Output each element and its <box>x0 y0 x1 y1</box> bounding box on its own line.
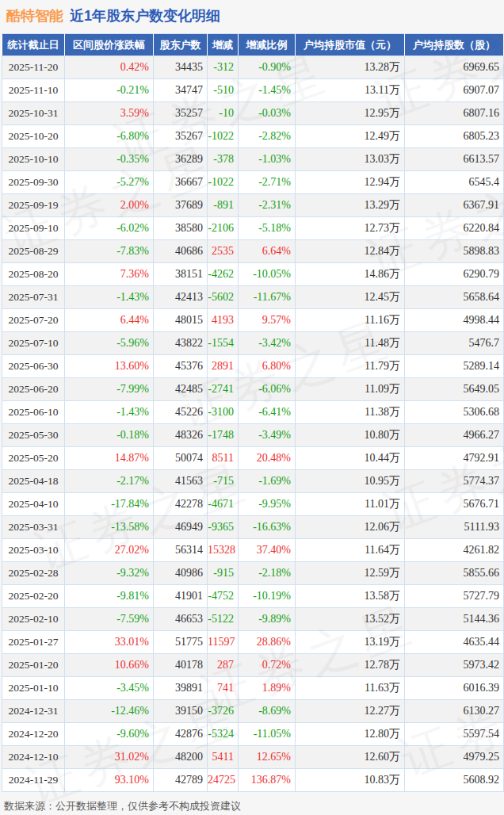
avg-value-cell: 13.52万 <box>296 608 405 631</box>
date-cell: 2024-12-20 <box>2 723 65 746</box>
avg-value-cell: 11.38万 <box>296 401 405 424</box>
table-row: 2024-11-2993.10%4278924725136.87%10.83万5… <box>2 769 504 792</box>
holders-cell: 48015 <box>154 309 208 332</box>
avg-shares-cell: 6130.27 <box>405 700 504 723</box>
date-cell: 2024-12-10 <box>2 746 65 769</box>
price-change-cell: -9.81% <box>65 585 154 608</box>
delta-pct-cell: -3.42% <box>239 332 296 355</box>
table-row: 2025-04-18-2.17%41563-715-1.69%10.95万577… <box>2 470 504 493</box>
page: 证券之星 证券之星 证券之星 证券之星 证券之星 证券之星 证券之星 证券之星 … <box>0 0 504 815</box>
holders-cell: 41901 <box>154 585 208 608</box>
avg-shares-cell: 5973.42 <box>405 654 504 677</box>
avg-shares-cell: 5649.05 <box>405 378 504 401</box>
date-cell: 2025-10-31 <box>2 102 65 125</box>
column-header: 区间股价涨跌幅 <box>65 34 154 56</box>
avg-shares-cell: 6016.39 <box>405 677 504 700</box>
price-change-cell: -9.60% <box>65 723 154 746</box>
delta-pct-cell: 6.64% <box>239 240 296 263</box>
holders-cell: 39891 <box>154 677 208 700</box>
delta-cell: -5324 <box>208 723 239 746</box>
delta-pct-cell: 136.87% <box>239 769 296 792</box>
delta-pct-cell: -2.71% <box>239 171 296 194</box>
avg-value-cell: 12.06万 <box>296 516 405 539</box>
delta-pct-cell: -16.63% <box>239 516 296 539</box>
price-change-cell: -9.32% <box>65 562 154 585</box>
delta-pct-cell: 9.57% <box>239 309 296 332</box>
date-cell: 2025-04-10 <box>2 493 65 516</box>
stock-name-link[interactable]: 酷特智能 <box>6 8 63 24</box>
avg-value-cell: 14.86万 <box>296 263 405 286</box>
avg-value-cell: 11.64万 <box>296 539 405 562</box>
delta-pct-cell: 28.86% <box>239 631 296 654</box>
price-change-cell: 13.60% <box>65 355 154 378</box>
avg-shares-cell: 4998.44 <box>405 309 504 332</box>
table-row: 2025-11-10-0.21%34747-510-1.45%13.11万690… <box>2 79 504 102</box>
delta-cell: -378 <box>208 148 239 171</box>
avg-value-cell: 13.29万 <box>296 194 405 217</box>
column-header: 统计截止日 <box>2 34 65 56</box>
table-row: 2025-11-200.42%34435-312-0.90%13.28万6969… <box>2 56 504 79</box>
avg-value-cell: 13.58万 <box>296 585 405 608</box>
date-cell: 2025-01-10 <box>2 677 65 700</box>
date-cell: 2025-04-18 <box>2 470 65 493</box>
holders-cell: 42278 <box>154 493 208 516</box>
date-cell: 2025-09-10 <box>2 217 65 240</box>
date-cell: 2025-11-10 <box>2 79 65 102</box>
avg-value-cell: 12.45万 <box>296 286 405 309</box>
date-cell: 2024-12-31 <box>2 700 65 723</box>
holders-cell: 51775 <box>154 631 208 654</box>
delta-pct-cell: -6.06% <box>239 378 296 401</box>
date-cell: 2025-10-20 <box>2 125 65 148</box>
avg-shares-cell: 4792.91 <box>405 447 504 470</box>
table-body: 2025-11-200.42%34435-312-0.90%13.28万6969… <box>2 56 504 792</box>
delta-cell: 2891 <box>208 355 239 378</box>
avg-shares-cell: 5658.64 <box>405 286 504 309</box>
delta-cell: -4262 <box>208 263 239 286</box>
avg-shares-cell: 6969.65 <box>405 56 504 79</box>
delta-cell: -5122 <box>208 608 239 631</box>
date-cell: 2025-09-19 <box>2 194 65 217</box>
delta-pct-cell: -1.03% <box>239 148 296 171</box>
price-change-cell: -0.35% <box>65 148 154 171</box>
avg-value-cell: 12.80万 <box>296 723 405 746</box>
delta-cell: 11597 <box>208 631 239 654</box>
holders-cell: 36289 <box>154 148 208 171</box>
holders-cell: 41563 <box>154 470 208 493</box>
table-row: 2025-02-28-9.32%40986-915-2.18%12.59万585… <box>2 562 504 585</box>
avg-shares-cell: 5476.7 <box>405 332 504 355</box>
holders-cell: 35267 <box>154 125 208 148</box>
delta-cell: -3100 <box>208 401 239 424</box>
date-cell: 2025-06-30 <box>2 355 65 378</box>
table-row: 2025-05-2014.87%50074851120.48%10.44万479… <box>2 447 504 470</box>
column-header: 户均持股市值（元） <box>296 34 405 56</box>
price-change-cell: -12.46% <box>65 700 154 723</box>
delta-cell: -312 <box>208 56 239 79</box>
holders-cell: 42876 <box>154 723 208 746</box>
delta-cell: -2106 <box>208 217 239 240</box>
price-change-cell: 93.10% <box>65 769 154 792</box>
date-cell: 2025-01-20 <box>2 654 65 677</box>
price-change-cell: -5.96% <box>65 332 154 355</box>
avg-value-cell: 10.83万 <box>296 769 405 792</box>
date-cell: 2025-11-20 <box>2 56 65 79</box>
holders-cell: 42485 <box>154 378 208 401</box>
delta-cell: -3726 <box>208 700 239 723</box>
holders-cell: 38151 <box>154 263 208 286</box>
avg-value-cell: 12.49万 <box>296 125 405 148</box>
avg-value-cell: 11.16万 <box>296 309 405 332</box>
table-row: 2025-07-31-1.43%42413-5602-11.67%12.45万5… <box>2 286 504 309</box>
holders-cell: 43822 <box>154 332 208 355</box>
delta-pct-cell: -9.89% <box>239 608 296 631</box>
table-row: 2025-01-2010.66%401782870.72%12.78万5973.… <box>2 654 504 677</box>
delta-pct-cell: 0.72% <box>239 654 296 677</box>
price-change-cell: -6.80% <box>65 125 154 148</box>
avg-value-cell: 12.73万 <box>296 217 405 240</box>
price-change-cell: -7.59% <box>65 608 154 631</box>
price-change-cell: -17.84% <box>65 493 154 516</box>
avg-shares-cell: 5855.66 <box>405 562 504 585</box>
avg-shares-cell: 5111.93 <box>405 516 504 539</box>
table-row: 2025-07-10-5.96%43822-1554-3.42%11.48万54… <box>2 332 504 355</box>
table-row: 2025-05-30-0.18%48326-1748-3.49%10.80万49… <box>2 424 504 447</box>
avg-shares-cell: 5676.71 <box>405 493 504 516</box>
table-row: 2025-10-10-0.35%36289-378-1.03%13.03万661… <box>2 148 504 171</box>
